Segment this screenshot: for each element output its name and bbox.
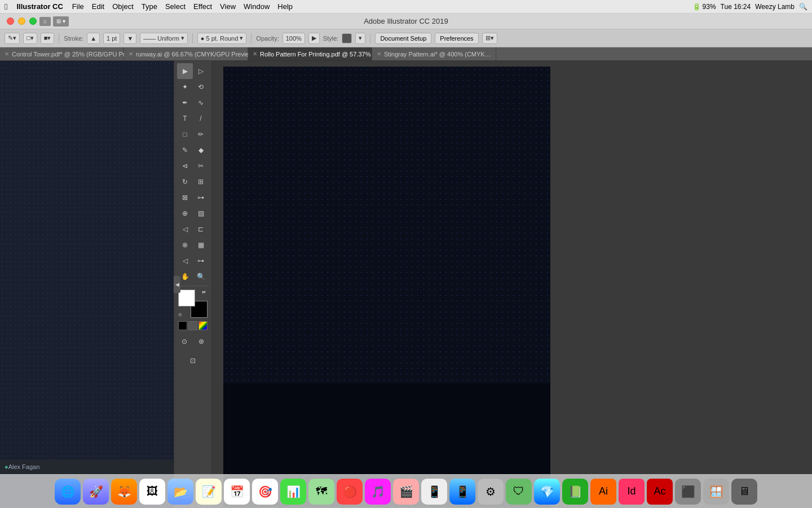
- dock-calendar[interactable]: 📅: [224, 479, 250, 505]
- dock-files[interactable]: 📂: [167, 479, 193, 505]
- menu-window[interactable]: Window: [244, 2, 270, 11]
- pen-tool[interactable]: ✒: [177, 95, 193, 111]
- brush-selector[interactable]: ● 5 pt. Round▾: [197, 33, 247, 44]
- swap-colors-icon[interactable]: ⇄: [202, 290, 208, 295]
- lasso-tool[interactable]: ⟲: [193, 79, 209, 95]
- menu-type[interactable]: Type: [142, 2, 157, 11]
- user-account[interactable]: Weezy Lamb: [755, 3, 795, 11]
- foreground-color-swatch[interactable]: [178, 290, 195, 306]
- gradient-tool[interactable]: ◁: [177, 221, 193, 237]
- dock-finder[interactable]: 🌐: [55, 479, 81, 505]
- reset-colors-icon[interactable]: ⊙: [178, 312, 184, 318]
- minimize-button[interactable]: [18, 17, 25, 25]
- tab-close-2[interactable]: ✕: [129, 51, 133, 57]
- dock-display[interactable]: 🖥: [731, 479, 757, 505]
- app-name[interactable]: Illustrator CC: [16, 2, 63, 11]
- apple-menu[interactable]: : [5, 2, 7, 11]
- warp-tool[interactable]: ⊶: [193, 190, 209, 205]
- menu-file[interactable]: File: [72, 2, 84, 11]
- menu-view[interactable]: View: [220, 2, 236, 11]
- close-button[interactable]: [7, 17, 14, 25]
- reflect-tool[interactable]: ⊞: [193, 174, 209, 190]
- home-button[interactable]: ⌂: [39, 17, 51, 26]
- dock-music[interactable]: 🎵: [365, 479, 391, 505]
- opacity-input[interactable]: 100%: [283, 33, 305, 44]
- tab-close-3[interactable]: ✕: [253, 51, 257, 57]
- panel-collapse-button[interactable]: ◀: [174, 276, 180, 293]
- style-arrow[interactable]: ▾: [355, 33, 365, 44]
- dock-indesign[interactable]: Id: [619, 479, 645, 505]
- mode-selector[interactable]: □▾: [23, 33, 37, 44]
- stroke-type-selector[interactable]: —— Uniform▾: [140, 33, 188, 44]
- tab-stingray[interactable]: ✕ Stingray Pattern.ai* @ 400% (CMYK…: [372, 47, 496, 60]
- line-segment-tool[interactable]: /: [193, 111, 209, 126]
- dock-numbers[interactable]: 📊: [280, 479, 306, 505]
- width-tool[interactable]: ⊕: [177, 205, 193, 221]
- dock-maps[interactable]: 🗺: [308, 479, 334, 505]
- menu-edit[interactable]: Edit: [92, 2, 104, 11]
- artboard-tool[interactable]: ◁: [177, 253, 193, 269]
- dock-appstore[interactable]: 📱: [449, 479, 475, 505]
- frame-tool[interactable]: ⊡: [179, 353, 207, 369]
- tab-close-1[interactable]: ✕: [5, 51, 9, 57]
- stroke-up-btn[interactable]: ▲: [87, 33, 100, 44]
- dock-finder2[interactable]: ⬛: [675, 479, 701, 505]
- dock-acrobat[interactable]: Ac: [647, 479, 673, 505]
- menu-select[interactable]: Select: [165, 2, 186, 11]
- scale-tool[interactable]: ⊠: [177, 190, 193, 205]
- rotate-tool[interactable]: ↻: [177, 174, 193, 190]
- arrange-button[interactable]: ⊞ ▾: [53, 16, 69, 27]
- dock-reminders[interactable]: 🎯: [252, 479, 278, 505]
- eraser-tool[interactable]: ⊲: [177, 158, 193, 174]
- dock-settings[interactable]: ⚙: [478, 479, 504, 505]
- pencil-tool[interactable]: ✎: [177, 142, 193, 158]
- chart-tool[interactable]: ▦: [193, 237, 209, 253]
- mesh-tool[interactable]: ▨: [193, 205, 209, 221]
- live-paint-tool[interactable]: ⊙: [176, 334, 192, 349]
- color-swatch[interactable]: [198, 321, 208, 330]
- dock-photos[interactable]: 🖼: [139, 479, 165, 505]
- blend-tool[interactable]: ⊗: [177, 237, 193, 253]
- dock-window-manager[interactable]: 🪟: [703, 479, 729, 505]
- style-swatch[interactable]: [342, 33, 352, 43]
- type-tool[interactable]: T: [177, 111, 193, 126]
- dock-illustrator[interactable]: Ai: [590, 479, 616, 505]
- zoom-tool[interactable]: 🔍: [193, 269, 209, 284]
- stroke-down-btn[interactable]: ▼: [123, 33, 136, 44]
- menu-effect[interactable]: Effect: [193, 2, 212, 11]
- magic-wand-tool[interactable]: ✦: [177, 79, 193, 95]
- preferences-button[interactable]: Preferences: [435, 33, 478, 44]
- black-swatch[interactable]: [178, 321, 187, 330]
- tab-runway[interactable]: ✕ runway.ai @ 66.67% (CMYK/GPU Preview): [124, 47, 248, 60]
- shaper-tool[interactable]: ◆: [193, 142, 209, 158]
- selection-tool[interactable]: ▶: [177, 63, 193, 79]
- direct-selection-tool[interactable]: ▷: [193, 63, 209, 79]
- dock-firefox[interactable]: 🦊: [111, 479, 137, 505]
- scissors-tool[interactable]: ✂: [193, 158, 209, 174]
- dock-iphone[interactable]: 📱: [421, 479, 447, 505]
- measure-tool[interactable]: ⊶: [193, 253, 209, 269]
- curvature-tool[interactable]: ∿: [193, 95, 209, 111]
- dock-nosleep[interactable]: 🔴: [337, 479, 363, 505]
- extra-options-button[interactable]: ⊞▾: [482, 33, 497, 44]
- dock-launchpad[interactable]: 🚀: [83, 479, 109, 505]
- dock-itunes[interactable]: 🎬: [393, 479, 419, 505]
- search-icon[interactable]: 🔍: [799, 3, 807, 11]
- eyedropper-tool[interactable]: ⊏: [193, 221, 209, 237]
- opacity-arrow[interactable]: ▶: [308, 33, 320, 44]
- stroke-value[interactable]: 1 pt: [103, 33, 120, 44]
- tab-close-4[interactable]: ✕: [377, 51, 381, 57]
- dock-malwarebytes[interactable]: 🛡: [506, 479, 532, 505]
- menu-help[interactable]: Help: [277, 2, 293, 11]
- rectangle-tool[interactable]: □: [177, 126, 193, 142]
- paintbrush-tool[interactable]: ✏: [193, 126, 209, 142]
- fill-stroke-toggle[interactable]: ■▾: [41, 33, 55, 44]
- tab-rollo-pattern[interactable]: ✕ Rollo Pattern For Printing.pdf @ 57.37…: [248, 47, 372, 60]
- maximize-button[interactable]: [29, 17, 37, 25]
- document-setup-button[interactable]: Document Setup: [375, 33, 431, 44]
- tab-control-tower[interactable]: ✕ Control Tower.pdf* @ 25% (RGB/GPU Prev…: [0, 47, 124, 60]
- menu-object[interactable]: Object: [112, 2, 134, 11]
- dock-notes[interactable]: 📝: [196, 479, 222, 505]
- dock-gemini[interactable]: 💎: [534, 479, 560, 505]
- symbol-tool[interactable]: ⊛: [193, 334, 209, 349]
